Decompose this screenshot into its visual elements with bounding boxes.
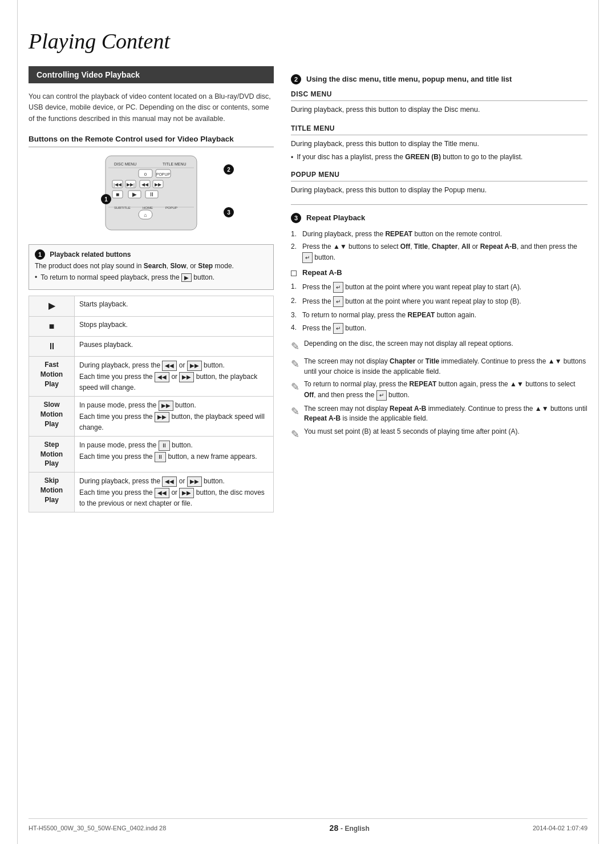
callout-1: 1 xyxy=(101,194,111,204)
table-cell-label: ■ xyxy=(29,316,75,336)
footer-page-number: 28 - English xyxy=(330,823,370,833)
list-item: 2. Press the ▲▼ buttons to select Off, T… xyxy=(291,241,587,264)
repeat-ab-list: 1. Press the ↵ button at the point where… xyxy=(291,281,587,334)
note-icon-1: ✎ xyxy=(291,339,299,354)
section-header: Controlling Video Playback xyxy=(29,66,274,83)
svg-text:POPUP: POPUP xyxy=(165,206,177,209)
circle-2: 2 xyxy=(291,74,301,84)
repeat-ab-section: Repeat A-B 1. Press the ↵ button at the … xyxy=(291,268,587,334)
remote-svg: DISC MENU TITLE MENU 0 POPUP |◀◀ xyxy=(71,153,231,236)
remote-control-diagram: DISC MENU TITLE MENU 0 POPUP |◀◀ xyxy=(29,153,274,237)
table-cell-desc: Stops playback. xyxy=(75,316,274,336)
table-row: ⏸ Pauses playback. xyxy=(29,336,274,356)
callout-2: 2 xyxy=(224,164,234,175)
svg-text:POPUP: POPUP xyxy=(156,172,171,176)
rewind-icon: ◀◀ xyxy=(162,361,177,371)
table-row: ▶ Starts playback. xyxy=(29,296,274,316)
table-cell-desc: In pause mode, press the ▶▶ button. Each… xyxy=(75,397,274,437)
table-cell-desc: During playback, press the ◀◀ or ▶▶ butt… xyxy=(75,357,274,397)
ffwd-icon: ▶▶ xyxy=(187,361,202,371)
title-menu-section: TITLE MENU During playback, press this b… xyxy=(291,124,587,161)
note-box-title: 1 Playback related buttons xyxy=(35,249,268,260)
table-cell-label-skip: SkipMotionPlay xyxy=(29,473,75,512)
table-cell-label: ⏸ xyxy=(29,336,75,356)
circle-3: 3 xyxy=(291,213,301,223)
notes-section: ✎ Depending on the disc, the screen may … xyxy=(291,339,587,442)
svg-text:▶▶: ▶▶ xyxy=(155,182,162,187)
popup-menu-heading: POPUP MENU xyxy=(291,171,587,181)
popup-menu-text: During playback, press this button to di… xyxy=(291,185,587,196)
left-column: Controlling Video Playback You can contr… xyxy=(29,66,274,512)
table-cell-desc: Pauses playback. xyxy=(75,336,274,356)
section-divider xyxy=(291,204,587,205)
intro-text: You can control the playback of video co… xyxy=(29,91,274,124)
note-icon-2: ✎ xyxy=(291,357,299,371)
page-footer: HT-H5500_00W_30_50_50W-ENG_0402.indd 28 … xyxy=(29,818,587,833)
title-menu-bullet: • If your disc has a playlist, press the… xyxy=(291,153,587,161)
play-btn-icon: ▶ xyxy=(181,273,192,282)
right-column: 2 Using the disc menu, title menu, popup… xyxy=(291,66,587,512)
callout-3: 3 xyxy=(224,207,234,217)
table-row: FastMotionPlay During playback, press th… xyxy=(29,357,274,397)
table-row: StepMotionPlay In pause mode, press the … xyxy=(29,436,274,472)
svg-text:|◀◀: |◀◀ xyxy=(114,182,122,187)
note-box-bullet: • To return to normal speed playback, pr… xyxy=(35,273,268,282)
footer-date: 2014-04-02 1:07:49 xyxy=(533,825,587,831)
note-icon-4: ✎ xyxy=(291,404,299,419)
footer-filename: HT-H5500_00W_30_50_50W-ENG_0402.indd 28 xyxy=(29,825,166,831)
table-cell-desc: In pause mode, press the ⏸ button. Each … xyxy=(75,436,274,472)
svg-text:◀◀: ◀◀ xyxy=(141,182,149,187)
note-circle-1: 1 xyxy=(35,249,45,260)
disc-menu-heading: DISC MENU xyxy=(291,90,587,101)
svg-text:⌂: ⌂ xyxy=(144,212,147,218)
svg-text:0: 0 xyxy=(144,172,147,177)
table-row: SkipMotionPlay During playback, press th… xyxy=(29,473,274,512)
page-title: Playing Content xyxy=(29,29,587,54)
table-cell-desc-skip: During playback, press the ◀◀ or ▶▶ butt… xyxy=(75,473,274,512)
two-column-layout: Controlling Video Playback You can contr… xyxy=(29,66,587,512)
page-wrapper: Playing Content Controlling Video Playba… xyxy=(0,0,616,844)
table-cell-label: SlowMotionPlay xyxy=(29,397,75,437)
disc-menu-section: DISC MENU During playback, press this bu… xyxy=(291,90,587,115)
list-item: 1. Press the ↵ button at the point where… xyxy=(291,281,587,293)
section3-header: 3 Repeat Playback xyxy=(291,213,587,223)
note-icon-5: ✎ xyxy=(291,427,299,442)
note-icon-3: ✎ xyxy=(291,379,299,394)
remote-svg-wrapper: DISC MENU TITLE MENU 0 POPUP |◀◀ xyxy=(71,153,231,237)
disc-menu-text: During playback, press this button to di… xyxy=(291,104,587,115)
svg-text:DISC MENU: DISC MENU xyxy=(114,162,136,166)
playback-note-box: 1 Playback related buttons The product d… xyxy=(29,244,274,290)
svg-text:▶: ▶ xyxy=(132,191,137,197)
svg-text:▶▶|: ▶▶| xyxy=(127,182,135,187)
table-cell-label: StepMotionPlay xyxy=(29,436,75,472)
note-line-3: ✎ To return to normal play, press the RE… xyxy=(291,379,587,401)
list-item: 2. Press the ↵ button at the point where… xyxy=(291,296,587,308)
repeat-steps-list: 1. During playback, press the REPEAT but… xyxy=(291,229,587,264)
title-menu-heading: TITLE MENU xyxy=(291,124,587,135)
table-row: ■ Stops playback. xyxy=(29,316,274,336)
svg-text:HOME: HOME xyxy=(143,206,153,209)
repeat-ab-title: Repeat A-B xyxy=(291,268,587,277)
svg-text:■: ■ xyxy=(116,191,119,197)
note-line-1: ✎ Depending on the disc, the screen may … xyxy=(291,339,587,354)
note-line-4: ✎ The screen may not display Repeat A-B … xyxy=(291,404,587,424)
list-item: 3. To return to normal play, press the R… xyxy=(291,310,587,320)
note-box-text: The product does not play sound in Searc… xyxy=(35,262,268,270)
svg-text:SUBTITLE: SUBTITLE xyxy=(114,206,131,209)
checkbox-icon xyxy=(291,270,297,276)
svg-text:⏸: ⏸ xyxy=(149,191,155,197)
section2-header: 2 Using the disc menu, title menu, popup… xyxy=(291,74,587,84)
table-row: SlowMotionPlay In pause mode, press the … xyxy=(29,397,274,437)
title-menu-text: During playback, press this button to di… xyxy=(291,139,587,150)
subsection-title: Buttons on the Remote Control used for V… xyxy=(29,135,274,147)
popup-menu-section: POPUP MENU During playback, press this b… xyxy=(291,171,587,196)
list-item: 4. Press the ↵ button. xyxy=(291,322,587,334)
svg-text:TITLE MENU: TITLE MENU xyxy=(163,162,187,166)
playback-table: ▶ Starts playback. ■ Stops playback. ⏸ P… xyxy=(29,296,274,512)
table-cell-label: ▶ xyxy=(29,296,75,316)
table-cell-label: FastMotionPlay xyxy=(29,357,75,397)
note-line-5: ✎ You must set point (B) at least 5 seco… xyxy=(291,427,587,442)
list-item: 1. During playback, press the REPEAT but… xyxy=(291,229,587,239)
note-line-2: ✎ The screen may not display Chapter or … xyxy=(291,357,587,377)
table-cell-desc: Starts playback. xyxy=(75,296,274,316)
